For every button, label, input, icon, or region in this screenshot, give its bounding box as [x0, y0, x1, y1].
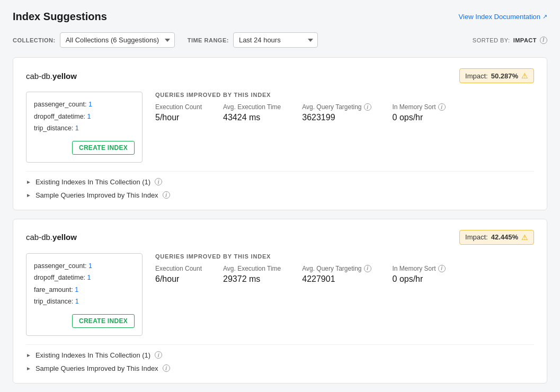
field-name-2-2: fare_amount: — [34, 286, 73, 293]
card-2-header: cab-db.yellow Impact: 42.445% ⚠ — [26, 230, 534, 245]
card-1-queries-section: QUERIES IMPROVED BY THIS INDEX Execution… — [155, 92, 534, 122]
card-1-index-box: passenger_count: 1 dropoff_datetime: 1 t… — [26, 92, 143, 163]
index-field-1-1: dropoff_datetime: 1 — [34, 111, 135, 123]
chevron-icon-1-1: ► — [26, 192, 31, 198]
field-value-1-0: 1 — [88, 101, 92, 108]
view-docs-link[interactable]: View Index Documentation ↗ — [459, 13, 547, 21]
index-field-1-0: passenger_count: 1 — [34, 99, 135, 111]
sorted-by-info-icon[interactable]: i — [540, 37, 547, 44]
field-name-2-3: trip_distance: — [34, 298, 73, 305]
footer-info-icon-1-1[interactable]: i — [163, 191, 170, 199]
chevron-icon-2-0: ► — [26, 352, 31, 358]
field-value-2-1: 1 — [87, 274, 91, 281]
card-1-queries-label: QUERIES IMPROVED BY THIS INDEX — [155, 92, 534, 98]
collection-bold-1: yellow — [52, 72, 77, 81]
external-link-icon: ↗ — [543, 13, 547, 20]
card-1-body: passenger_count: 1 dropoff_datetime: 1 t… — [26, 92, 534, 163]
metric-info-icon-1-2[interactable]: i — [364, 103, 371, 111]
index-field-2-2: fare_amount: 1 — [34, 284, 135, 296]
metric-2-0: Execution Count 6/hour — [155, 265, 202, 284]
impact-value-1: 50.287% — [491, 72, 518, 80]
expandable-row-2-1[interactable]: ► Sample Queries Improved by This Index … — [26, 364, 534, 372]
card-2-footer: ► Existing Indexes In This Collection (1… — [26, 344, 534, 372]
field-value-2-2: 1 — [75, 286, 78, 293]
impact-label-2: Impact: — [465, 233, 488, 241]
metric-label-1-1: Avg. Execution Time — [223, 103, 281, 111]
card-2-queries-label: QUERIES IMPROVED BY THIS INDEX — [155, 253, 534, 260]
page-title: Index Suggestions — [13, 11, 107, 23]
metric-value-1-1: 43424 ms — [223, 113, 281, 122]
field-value-1-1: 1 — [87, 113, 91, 120]
expandable-row-2-0[interactable]: ► Existing Indexes In This Collection (1… — [26, 351, 534, 359]
collection-select[interactable]: All Collections (6 Suggestions) — [60, 32, 175, 48]
filters-row: COLLECTION: All Collections (6 Suggestio… — [13, 32, 547, 48]
expandable-label-2-0: Existing Indexes In This Collection (1) — [35, 351, 150, 359]
metric-info-icon-2-2[interactable]: i — [364, 265, 371, 272]
metric-label-2-3: In Memory Sort i — [393, 265, 446, 272]
page-header: Index Suggestions View Index Documentati… — [13, 11, 547, 23]
metric-info-icon-1-3[interactable]: i — [438, 103, 446, 111]
metric-value-1-2: 3623199 — [302, 113, 371, 122]
footer-info-icon-1-0[interactable]: i — [155, 178, 162, 185]
field-name-2-1: dropoff_datetime: — [34, 274, 85, 281]
metric-info-icon-2-3[interactable]: i — [438, 265, 446, 272]
metric-label-1-2: Avg. Query Targeting i — [302, 103, 371, 111]
index-field-1-2: trip_distance: 1 — [34, 122, 135, 135]
field-name-1-1: dropoff_datetime: — [34, 113, 85, 120]
metric-1-0: Execution Count 5/hour — [155, 103, 202, 122]
field-value-2-0: 1 — [88, 262, 92, 270]
expandable-label-1-0: Existing Indexes In This Collection (1) — [35, 178, 150, 186]
collection-label: COLLECTION: — [13, 37, 56, 43]
field-name-2-0: passenger_count: — [34, 262, 86, 270]
card-2-index-box: passenger_count: 1 dropoff_datetime: 1 f… — [26, 253, 143, 336]
time-label: TIME RANGE: — [188, 37, 229, 43]
metric-label-1-0: Execution Count — [155, 103, 202, 111]
create-index-btn-1[interactable]: CREATE INDEX — [72, 141, 135, 155]
metric-1-1: Avg. Execution Time 43424 ms — [223, 103, 281, 122]
metric-label-2-2: Avg. Query Targeting i — [302, 265, 371, 272]
cards-container: cab-db.yellow Impact: 50.287% ⚠ passenge… — [13, 57, 547, 384]
card-1-collection-name: cab-db.yellow — [26, 72, 77, 81]
metric-1-3: In Memory Sort i 0 ops/hr — [393, 103, 446, 122]
metric-label-2-0: Execution Count — [155, 265, 202, 272]
sorted-by-label: SORTED BY: — [473, 37, 510, 43]
metric-2-1: Avg. Execution Time 29372 ms — [223, 265, 281, 284]
metric-label-2-1: Avg. Execution Time — [223, 265, 281, 272]
metric-2-2: Avg. Query Targeting i 4227901 — [302, 265, 371, 284]
card-2-body: passenger_count: 1 dropoff_datetime: 1 f… — [26, 253, 534, 336]
create-index-btn-2[interactable]: CREATE INDEX — [72, 314, 135, 328]
field-name-1-2: trip_distance: — [34, 124, 73, 132]
expandable-label-1-1: Sample Queries Improved by This Index — [35, 191, 158, 199]
view-docs-label: View Index Documentation — [459, 13, 540, 21]
field-value-1-2: 1 — [75, 124, 79, 132]
footer-info-icon-2-1[interactable]: i — [163, 364, 170, 372]
card-1: cab-db.yellow Impact: 50.287% ⚠ passenge… — [13, 57, 547, 210]
metric-value-2-3: 0 ops/hr — [393, 274, 446, 284]
card-2: cab-db.yellow Impact: 42.445% ⚠ passenge… — [13, 219, 547, 384]
metric-2-3: In Memory Sort i 0 ops/hr — [393, 265, 446, 284]
sorted-by-group: SORTED BY: IMPACT i — [473, 37, 547, 44]
collection-filter-group: COLLECTION: All Collections (6 Suggestio… — [13, 32, 175, 48]
impact-value-2: 42.445% — [491, 233, 518, 241]
index-field-2-0: passenger_count: 1 — [34, 260, 135, 272]
footer-info-icon-2-0[interactable]: i — [155, 351, 162, 359]
impact-label-1: Impact: — [465, 72, 488, 80]
card-1-header: cab-db.yellow Impact: 50.287% ⚠ — [26, 68, 534, 83]
page-container: Index Suggestions View Index Documentati… — [0, 0, 560, 392]
collection-bold-2: yellow — [52, 233, 77, 242]
card-2-impact-badge: Impact: 42.445% ⚠ — [459, 230, 534, 245]
expandable-row-1-1[interactable]: ► Sample Queries Improved by This Index … — [26, 191, 534, 199]
card-1-metrics-row: Execution Count 5/hour Avg. Execution Ti… — [155, 103, 534, 122]
metric-value-1-0: 5/hour — [155, 113, 202, 122]
metric-1-2: Avg. Query Targeting i 3623199 — [302, 103, 371, 122]
warning-icon-1: ⚠ — [521, 72, 528, 80]
metric-label-1-3: In Memory Sort i — [393, 103, 446, 111]
card-1-footer: ► Existing Indexes In This Collection (1… — [26, 171, 534, 199]
expandable-label-2-1: Sample Queries Improved by This Index — [35, 364, 158, 372]
index-field-2-1: dropoff_datetime: 1 — [34, 272, 135, 284]
metric-value-2-2: 4227901 — [302, 274, 371, 284]
metric-value-1-3: 0 ops/hr — [393, 113, 446, 122]
expandable-row-1-0[interactable]: ► Existing Indexes In This Collection (1… — [26, 178, 534, 186]
chevron-icon-2-1: ► — [26, 366, 31, 371]
time-select[interactable]: Last 24 hours — [233, 32, 318, 48]
